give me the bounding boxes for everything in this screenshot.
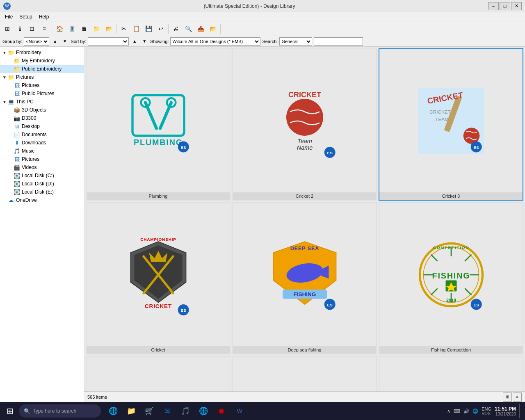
gallery-scroll[interactable]: PLUMBING ES Plumbing (84, 47, 525, 391)
gallery-image-deep-sea-fishing: DEEP SEA FISHING ES (233, 203, 376, 346)
sidebar-label-embroidery: Embroidery (16, 50, 41, 55)
sidebar-item-videos[interactable]: 🎬 Videos (0, 163, 84, 171)
sidebar-item-d3300[interactable]: 📷 D3300 (0, 114, 84, 122)
sort-desc-btn[interactable]: ▼ (140, 37, 148, 46)
tb-view1[interactable]: ⊞ (2, 23, 13, 34)
tb-preview[interactable]: 🔍 (183, 23, 194, 34)
gallery-item-fishing-competition[interactable]: COMPETITION FISHING (379, 202, 523, 354)
gallery-item-eagles-football[interactable]: EAGLES ★ ★ 🦅 (379, 356, 523, 391)
sidebar-item-pictures2[interactable]: 🖼 Pictures (0, 155, 84, 163)
view-list-btn[interactable]: ≡ (513, 393, 522, 402)
gallery-image-eagles-football: EAGLES ★ ★ 🦅 (379, 357, 523, 391)
tb-import[interactable]: 📂 (207, 23, 219, 34)
gallery-image-fishing-competition: COMPETITION FISHING (379, 203, 523, 346)
search-input[interactable] (314, 37, 363, 46)
view-mode-controls[interactable]: ⊞ ≡ (503, 393, 522, 402)
gallery-item-deep-sea-fishing[interactable]: DEEP SEA FISHING ES Deep sea fishing (232, 202, 377, 354)
sidebar-item-downloads[interactable]: ⬇ Downloads (0, 139, 84, 147)
drive-d-icon: 💽 (13, 180, 21, 187)
sidebar-item-onedrive[interactable]: ☁ OneDrive (0, 196, 84, 204)
gallery-image-cricket3: CRICKET CRICKET TEAM ES (379, 49, 523, 192)
sidebar-item-local-e[interactable]: 💽 Local Disk (E:) (0, 188, 84, 196)
menu-setup[interactable]: Setup (16, 13, 35, 21)
sidebar-label-public-pictures: Public Pictures (22, 91, 54, 96)
view-grid-btn[interactable]: ⊞ (503, 393, 512, 402)
group-asc-btn[interactable]: ▲ (51, 37, 59, 46)
svg-rect-61 (123, 388, 193, 392)
group-desc-btn[interactable]: ▼ (61, 37, 69, 46)
svg-text:ES: ES (473, 302, 479, 307)
sidebar-item-documents[interactable]: 📄 Documents (0, 130, 84, 139)
toggle-embroidery[interactable]: ▼ (2, 50, 7, 55)
gallery-item-cricket2[interactable]: CRICKET Team Name ES Cricket 2 (232, 48, 377, 201)
taskbar-show-desktop[interactable] (519, 404, 523, 418)
tb-new[interactable]: 🗎 (78, 23, 90, 34)
group-by-label: Group by: (2, 39, 22, 44)
sidebar-label-music: Music (22, 148, 34, 154)
window-title: (Ultimate Special Edition) - Design Libr… (11, 3, 488, 9)
maximize-button[interactable]: □ (500, 2, 510, 10)
sort-by-select[interactable] (88, 37, 129, 46)
downloads-icon: ⬇ (13, 139, 21, 146)
gallery-item-cricket3[interactable]: CRICKET CRICKET TEAM ES Cricket 3 (379, 48, 523, 201)
taskbar-store-icon[interactable]: 🛒 (142, 404, 157, 418)
tb-home[interactable]: 🏠 (54, 23, 65, 34)
gallery-item-fishing[interactable]: Fishing ES Fishing (232, 356, 377, 391)
sidebar-item-local-d[interactable]: 💽 Local Disk (D:) (0, 180, 84, 188)
taskbar-explorer-icon[interactable]: 📁 (124, 404, 139, 418)
close-button[interactable]: ✕ (511, 2, 522, 10)
sort-asc-btn[interactable]: ▲ (130, 37, 139, 46)
gallery-image-cricket2: CRICKET Team Name ES (233, 49, 376, 192)
tb-copy[interactable]: 📋 (130, 23, 142, 34)
minimize-button[interactable]: − (488, 2, 499, 10)
tb-embroidery[interactable]: 🧵 (66, 23, 78, 34)
svg-text:ES: ES (473, 145, 479, 149)
sidebar-item-my-embroidery[interactable]: 📁 My Embroidery (0, 57, 84, 65)
gallery-item-fishing-tour[interactable]: FISHING TOUR (86, 356, 231, 391)
showing-select[interactable]: Wilcom All-in-One Designs (*.EMB) (170, 37, 260, 46)
gallery-label-cricket3: Cricket 3 (379, 192, 523, 200)
tb-save-as[interactable]: 📂 (103, 23, 114, 34)
taskbar-search-bar[interactable]: 🔍 Type here to search (19, 404, 101, 418)
sidebar-item-public-pictures[interactable]: 🖼 Public Pictures (0, 89, 84, 98)
sidebar-item-local-c[interactable]: 💽 Local Disk (C:) (0, 171, 84, 180)
toggle-pictures[interactable]: ▼ (2, 75, 7, 80)
window-controls[interactable]: − □ ✕ (488, 2, 522, 10)
sidebar-item-pictures-sub[interactable]: 🖼 Pictures (0, 81, 84, 89)
taskbar-edge-icon[interactable]: 🌐 (106, 404, 121, 418)
taskbar-spotify-icon[interactable]: 🎵 (178, 404, 193, 418)
toggle-this-pc[interactable]: ▼ (2, 100, 7, 104)
search-select[interactable]: General (279, 37, 312, 46)
menu-file[interactable]: File (2, 13, 16, 21)
gallery-area: PLUMBING ES Plumbing (84, 47, 525, 402)
taskbar-wilcom-icon[interactable]: W (232, 404, 247, 418)
start-button[interactable]: ⊞ (2, 404, 17, 418)
taskbar-clock[interactable]: 11:51 PM 10/21/2020 (495, 406, 516, 416)
sidebar-label-pictures2: Pictures (22, 156, 39, 162)
taskbar-record-icon[interactable]: ⏺ (214, 404, 229, 418)
sidebar-item-pictures[interactable]: ▼ 📁 Pictures (0, 73, 84, 81)
tb-print[interactable]: 🖨 (170, 23, 182, 34)
sidebar-item-public-embroidery[interactable]: 📁 Public Embroidery (0, 65, 84, 73)
sidebar-item-music[interactable]: 🎵 Music (0, 147, 84, 155)
tb-export[interactable]: 📤 (195, 23, 206, 34)
sidebar-item-embroidery[interactable]: ▼ 📁 Embroidery (0, 48, 84, 57)
tb-save[interactable]: 💾 (143, 23, 154, 34)
sidebar-item-desktop[interactable]: 🖥 Desktop (0, 122, 84, 130)
group-by-select[interactable]: <None> (24, 37, 49, 46)
tb-open[interactable]: 📁 (91, 23, 102, 34)
sidebar-item-this-pc[interactable]: ▼ 💻 This PC (0, 98, 84, 106)
tb-info[interactable]: ℹ (14, 23, 25, 34)
tb-back[interactable]: ↩ (155, 23, 167, 34)
taskbar-mail-icon[interactable]: ✉ (160, 404, 175, 418)
gallery-label-cricket: Cricket (87, 346, 230, 354)
sidebar-item-3d-objects[interactable]: 📦 3D Objects (0, 106, 84, 114)
tb-view3[interactable]: ≡ (39, 23, 50, 34)
gallery-item-plumbing[interactable]: PLUMBING ES Plumbing (86, 48, 231, 201)
tb-cut[interactable]: ✂ (118, 23, 130, 34)
gallery-item-cricket[interactable]: CHAMPIONSHIP CRICKET ES Cricket (86, 202, 231, 354)
menu-help[interactable]: Help (36, 13, 52, 21)
tb-view2[interactable]: ⊟ (26, 23, 38, 34)
taskbar-chrome-icon[interactable]: 🌐 (196, 404, 211, 418)
sidebar-label-d3300: D3300 (22, 115, 36, 121)
